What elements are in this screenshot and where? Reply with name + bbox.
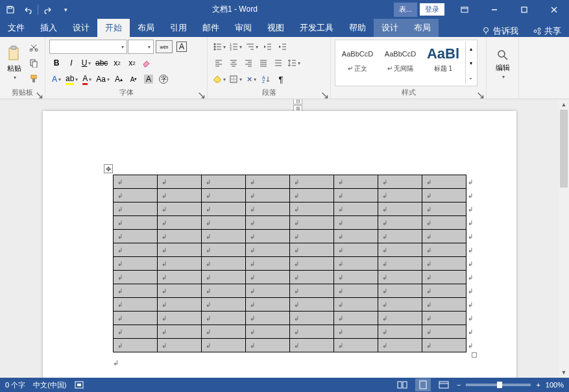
asian-layout-button[interactable]: ✕▾: [244, 72, 258, 86]
table-cell[interactable]: ↲: [245, 189, 289, 202]
tab-home[interactable]: 开始: [97, 19, 130, 37]
document-page[interactable]: ✥ ↲↲↲↲↲↲↲↲↲↲↲↲↲↲↲↲↲↲↲↲↲↲↲↲↲↲↲↲↲↲↲↲↲↲↲↲↲↲…: [43, 111, 516, 378]
table-cell[interactable]: ↲: [422, 339, 466, 352]
table-cell[interactable]: ↲: [201, 189, 245, 202]
table-cell[interactable]: ↲: [157, 230, 201, 243]
tab-help[interactable]: 帮助: [341, 19, 374, 37]
table-cell[interactable]: ↲: [245, 284, 289, 298]
table-cell[interactable]: ↲: [157, 271, 201, 284]
table-cell[interactable]: ↲: [157, 339, 201, 352]
undo-button[interactable]: [19, 2, 35, 18]
table-cell[interactable]: ↲: [289, 339, 333, 352]
table-cell[interactable]: ↲: [113, 189, 157, 202]
table-cell[interactable]: ↲: [113, 271, 157, 284]
table-cell[interactable]: ↲: [289, 216, 333, 230]
table-cell[interactable]: ↲: [201, 257, 245, 271]
tab-review[interactable]: 审阅: [227, 19, 260, 37]
cut-button[interactable]: [27, 40, 41, 55]
tab-mailings[interactable]: 邮件: [195, 19, 227, 37]
paste-button[interactable]: 粘贴 ▾: [4, 40, 24, 86]
table-cell[interactable]: ↲: [333, 189, 378, 202]
table-cell[interactable]: ↲: [113, 257, 157, 271]
table-cell[interactable]: ↲: [333, 175, 378, 189]
table-cell[interactable]: ↲: [201, 230, 245, 243]
line-spacing-button[interactable]: ▾: [286, 56, 302, 70]
table-cell[interactable]: ↲: [333, 216, 378, 230]
copy-button[interactable]: [27, 56, 41, 70]
highlight-button[interactable]: ab▾: [64, 72, 79, 86]
table-cell[interactable]: ↲: [113, 216, 157, 230]
font-color-button[interactable]: A▾: [80, 72, 94, 86]
table-row[interactable]: ↲↲↲↲↲↲↲↲↲: [113, 312, 476, 325]
justify-button[interactable]: [256, 56, 271, 70]
table-cell[interactable]: ↲: [422, 257, 466, 271]
table-cell[interactable]: ↲: [113, 312, 157, 325]
table-row[interactable]: ↲↲↲↲↲↲↲↲↲: [113, 325, 476, 339]
table-cell[interactable]: ↲: [378, 271, 422, 284]
table-cell[interactable]: ↲: [378, 230, 422, 243]
table-cell[interactable]: ↲: [157, 202, 201, 216]
phonetic-guide-button[interactable]: wén: [154, 40, 174, 54]
table-cell[interactable]: ↲: [113, 243, 157, 257]
superscript-button[interactable]: x2: [125, 56, 139, 70]
table-cell[interactable]: ↲: [113, 175, 157, 189]
table-cell[interactable]: ↲: [378, 243, 422, 257]
scroll-track[interactable]: [559, 110, 569, 367]
tab-references[interactable]: 引用: [162, 19, 195, 37]
table-move-handle[interactable]: ✥: [104, 164, 113, 173]
table-cell[interactable]: ↲: [201, 284, 245, 298]
redo-button[interactable]: [41, 2, 56, 18]
table-cell[interactable]: ↲: [157, 298, 201, 312]
font-name-input[interactable]: ▾: [49, 40, 127, 54]
ribbon-display-options[interactable]: [450, 0, 479, 19]
bold-button[interactable]: B: [49, 56, 64, 70]
decrease-indent-button[interactable]: [260, 40, 274, 54]
table-cell[interactable]: ↲: [289, 271, 333, 284]
strikethrough-button[interactable]: abc: [94, 56, 109, 70]
table-row[interactable]: ↲↲↲↲↲↲↲↲↲: [113, 202, 476, 216]
tab-view[interactable]: 视图: [260, 19, 292, 37]
table-row[interactable]: ↲↲↲↲↲↲↲↲↲: [113, 243, 476, 257]
table-cell[interactable]: ↲: [157, 216, 201, 230]
change-case-button[interactable]: Aa▾: [95, 72, 111, 86]
table-cell[interactable]: ↲: [333, 257, 378, 271]
table-cell[interactable]: ↲: [113, 284, 157, 298]
table-cell[interactable]: ↲: [378, 284, 422, 298]
table-cell[interactable]: ↲: [333, 298, 378, 312]
table-cell[interactable]: ↲: [422, 312, 466, 325]
zoom-out-button[interactable]: −: [457, 381, 461, 389]
table-cell[interactable]: ↲: [289, 312, 333, 325]
zoom-slider[interactable]: [466, 384, 531, 386]
table-cell[interactable]: ↲: [289, 284, 333, 298]
character-border-button[interactable]: A: [175, 40, 189, 54]
share-button[interactable]: 共享: [525, 25, 569, 37]
table-row[interactable]: ↲↲↲↲↲↲↲↲↲: [113, 216, 476, 230]
table-cell[interactable]: ↲: [157, 175, 201, 189]
table-cell[interactable]: ↲: [333, 271, 378, 284]
distributed-button[interactable]: [271, 56, 285, 70]
scroll-up-button[interactable]: ▲: [559, 99, 569, 110]
style-normal[interactable]: AaBbCcD ↵ 正文: [337, 42, 378, 79]
tab-layout[interactable]: 布局: [130, 19, 162, 37]
table-cell[interactable]: ↲: [245, 271, 289, 284]
table-cell[interactable]: ↲: [422, 243, 466, 257]
table-cell[interactable]: ↲: [378, 189, 422, 202]
underline-button[interactable]: U▾: [79, 56, 93, 70]
table-cell[interactable]: ↲: [289, 257, 333, 271]
table-cell[interactable]: ↲: [378, 202, 422, 216]
table-cell[interactable]: ↲: [245, 298, 289, 312]
table-cell[interactable]: ↲: [201, 298, 245, 312]
word-count[interactable]: 0 个字: [5, 380, 25, 390]
clear-format-button[interactable]: [139, 56, 154, 70]
login-button[interactable]: 登录: [420, 3, 444, 16]
increase-indent-button[interactable]: [275, 40, 289, 54]
table-cell[interactable]: ↲: [378, 175, 422, 189]
tab-insert[interactable]: 插入: [32, 19, 65, 37]
table-cell[interactable]: ↲: [422, 216, 466, 230]
table-row[interactable]: ↲↲↲↲↲↲↲↲↲: [113, 298, 476, 312]
align-right-button[interactable]: [241, 56, 256, 70]
table-cell[interactable]: ↲: [289, 189, 333, 202]
table-cell[interactable]: ↲: [333, 325, 378, 339]
table-cell[interactable]: ↲: [378, 312, 422, 325]
format-painter-button[interactable]: [27, 71, 41, 86]
